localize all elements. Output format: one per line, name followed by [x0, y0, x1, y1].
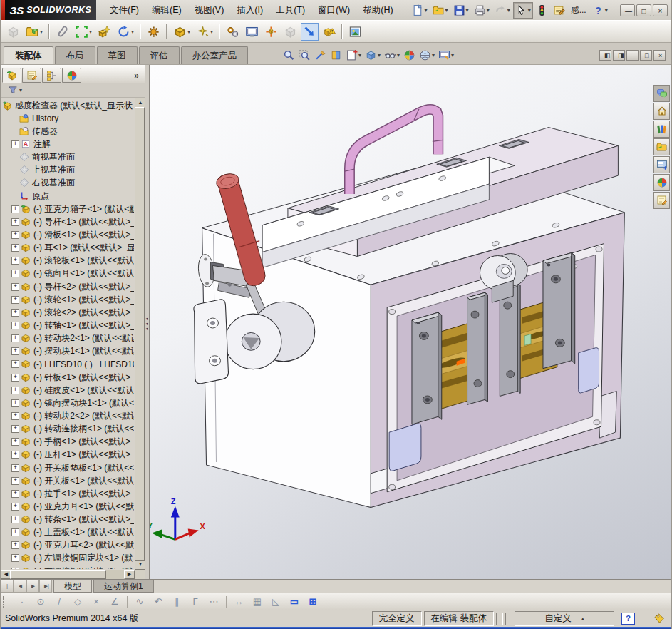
propertymanager-tab[interactable]: [22, 68, 41, 83]
expand-toggle-icon[interactable]: +: [11, 205, 19, 213]
menu-6[interactable]: 帮助(H): [356, 2, 399, 19]
new-document-button[interactable]: ▾: [410, 2, 430, 19]
previous-view-button[interactable]: [314, 48, 327, 62]
select-button[interactable]: ▾: [513, 2, 533, 19]
tree-item-15[interactable]: +(-) 滚轮<1> (默认<<默认>_: [2, 293, 134, 306]
view-orientation-button[interactable]: ▾: [345, 48, 362, 62]
dropdown-arrow-icon[interactable]: ▾: [451, 52, 454, 58]
tree-vertical-scrollbar[interactable]: ▲▼: [135, 98, 145, 570]
expand-toggle-icon[interactable]: +: [11, 516, 19, 523]
last-tab-button[interactable]: ▶|: [39, 580, 52, 593]
dropdown-arrow-icon[interactable]: ▾: [507, 7, 510, 14]
assembly-visualization-button[interactable]: [224, 23, 242, 41]
sketch-point-button[interactable]: ·: [13, 595, 31, 608]
tree-item-10[interactable]: +(-) 滑板<1> (默认<<默认>_: [2, 228, 134, 241]
scroll-right-button[interactable]: ▶: [124, 570, 135, 579]
sketchbar-handle[interactable]: [3, 596, 7, 608]
solidworks-forum-button[interactable]: [653, 85, 670, 102]
tree-item-12[interactable]: +(-) 滚轮板<1> (默认<<默认: [2, 255, 134, 267]
tree-item-26[interactable]: +(-) 手柄<1> (默认<<默认>_: [2, 436, 134, 449]
scroll-thumb[interactable]: [135, 107, 145, 561]
tree-item-29[interactable]: +(-) 开关板<1> (默认<<默认: [2, 474, 134, 487]
close-window-button[interactable]: ×: [653, 4, 668, 16]
plane-display-button[interactable]: ▭: [285, 595, 304, 608]
bottom-tab-模型[interactable]: 模型: [53, 580, 92, 593]
sketch-fillet-button[interactable]: ∠: [105, 595, 124, 608]
tree-item-18[interactable]: +(-) 转动块2<1> (默认<<默认: [2, 332, 134, 345]
expand-toggle-icon[interactable]: +: [11, 490, 19, 498]
expand-toggle-icon[interactable]: +: [11, 541, 19, 549]
tree-horizontal-scrollbar[interactable]: ◀▶: [1, 570, 135, 579]
collapse-right-pane-button[interactable]: ◨: [613, 50, 625, 61]
expand-toggle-icon[interactable]: +: [11, 438, 19, 446]
dropdown-arrow-icon[interactable]: ▾: [487, 7, 490, 14]
dropdown-arrow-icon[interactable]: ▾: [528, 7, 531, 14]
tree-item-34[interactable]: +(-) 亚克力耳<2> (默认<<默: [2, 539, 134, 552]
smart-fasteners-button[interactable]: [95, 23, 113, 41]
graphics-viewport[interactable]: Z X Y: [150, 65, 671, 579]
offset-entities-button[interactable]: ∥: [167, 595, 186, 608]
expand-toggle-icon[interactable]: +: [11, 528, 19, 536]
tab-评估[interactable]: 评估: [139, 46, 180, 64]
help-button[interactable]: ?▾: [590, 2, 610, 19]
scroll-down-button[interactable]: ▼: [135, 559, 145, 570]
expand-toggle-icon[interactable]: +: [11, 374, 19, 382]
design-table-button[interactable]: ⊞: [304, 595, 322, 608]
grid-snap-button[interactable]: ▦: [248, 595, 267, 608]
save-document-button[interactable]: ▾: [451, 2, 471, 19]
rebuild-traffic-light-button[interactable]: [534, 2, 550, 19]
mate-button[interactable]: [53, 23, 71, 41]
expand-toggle-icon[interactable]: +: [11, 425, 19, 433]
expand-toggle-icon[interactable]: +: [11, 244, 19, 252]
dropdown-arrow-icon[interactable]: ▾: [378, 52, 381, 58]
expand-toggle-icon[interactable]: +: [11, 360, 19, 368]
expand-toggle-icon[interactable]: +: [11, 257, 19, 265]
edit-appearance-button[interactable]: [403, 48, 416, 62]
tree-item-35[interactable]: +(-) 左调接铜固定块<1> (默: [2, 552, 134, 565]
tree-item-2[interactable]: 传感器: [2, 125, 134, 138]
tree-item-27[interactable]: +(-) 压杆<1> (默认<<默认>_: [2, 449, 134, 461]
tree-item-9[interactable]: +(-) 导杆<1> (默认<<默认>_: [2, 215, 134, 228]
restore-document-button[interactable]: □: [640, 50, 652, 61]
large-assembly-mode-button[interactable]: [320, 23, 338, 41]
tree-item-19[interactable]: +(-) 摆动块1<1> (默认<<默认: [2, 345, 134, 358]
open-inserted-component-button[interactable]: ▾: [24, 23, 45, 41]
tree-item-3[interactable]: +A注解: [2, 138, 134, 150]
tree-item-23[interactable]: +(-) 镜向摆动块1<1> (默认<: [2, 397, 134, 409]
menu-0[interactable]: 文件(F): [103, 2, 145, 19]
dropdown-arrow-icon[interactable]: ▾: [466, 7, 469, 14]
show-hidden-components-button[interactable]: ▾: [194, 23, 215, 41]
file-properties-button[interactable]: [551, 2, 567, 19]
assembly-features-button[interactable]: [145, 23, 162, 41]
restore-window-button[interactable]: □: [636, 4, 651, 16]
bottom-tab-运动算例1[interactable]: 运动算例1: [93, 580, 154, 593]
scroll-thumb[interactable]: [10, 570, 106, 579]
spline-button[interactable]: ∿: [130, 595, 149, 608]
tab-办公室产品[interactable]: 办公室产品: [181, 46, 249, 64]
take-snapshot-button[interactable]: [346, 23, 364, 41]
expand-toggle-icon[interactable]: +: [11, 296, 19, 304]
sketch-polygon-button[interactable]: ◇: [68, 595, 87, 608]
tree-item-11[interactable]: +(-) 耳<1> (默认<<默认>_显: [2, 242, 134, 255]
previous-tab-button[interactable]: ◀: [14, 580, 26, 593]
tree-item-14[interactable]: +(-) 导杆<2> (默认<<默认>_: [2, 280, 134, 293]
section-view-button[interactable]: [329, 48, 343, 62]
menu-5[interactable]: 窗口(W): [311, 2, 356, 19]
tab-装配体[interactable]: 装配体: [4, 46, 53, 64]
displaymanager-tab[interactable]: [62, 68, 81, 83]
display-style-button[interactable]: ▾: [364, 48, 381, 62]
corner-rectangle-button[interactable]: Γ: [186, 595, 205, 608]
menu-2[interactable]: 视图(V): [188, 2, 231, 19]
tree-item-24[interactable]: +(-) 转动块2<2> (默认<<默认: [2, 409, 134, 422]
reference-window-button[interactable]: [243, 23, 261, 41]
tree-item-16[interactable]: +(-) 滚轮<2> (默认<<默认>_: [2, 306, 134, 319]
expand-toggle-icon[interactable]: +: [11, 309, 19, 317]
expand-toggle-icon[interactable]: +: [11, 554, 19, 562]
dropdown-arrow-icon[interactable]: ▾: [432, 52, 435, 58]
expand-toggle-icon[interactable]: +: [11, 503, 19, 511]
zoom-to-area-button[interactable]: [298, 48, 311, 62]
expand-toggle-icon[interactable]: +: [11, 347, 19, 355]
expand-toggle-icon[interactable]: +: [11, 231, 19, 239]
expand-toggle-icon[interactable]: +: [11, 568, 19, 569]
expand-toggle-icon[interactable]: +: [11, 451, 19, 459]
